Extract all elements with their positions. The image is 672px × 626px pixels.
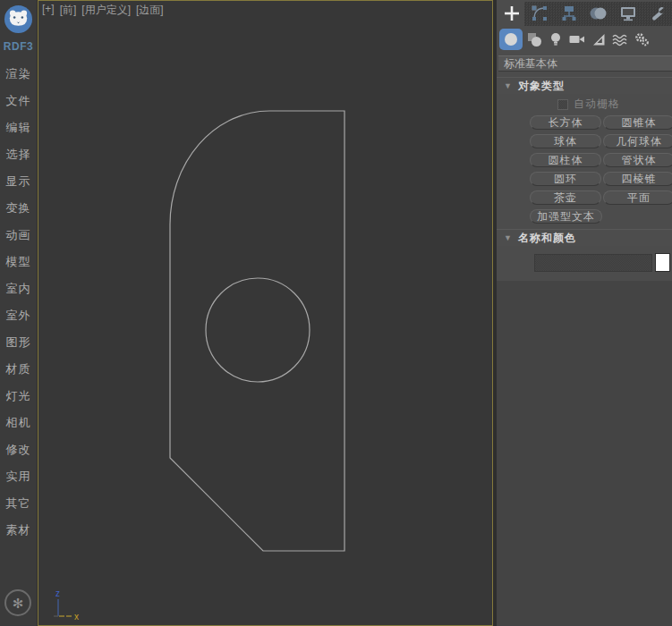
rollout-collapse-icon: ▼: [504, 233, 512, 242]
category-dropdown[interactable]: 标准基本体: [498, 55, 672, 72]
sidebar-item-camera[interactable]: 相机: [0, 410, 37, 436]
viewport-menu-button[interactable]: [+]: [42, 3, 55, 18]
brand-label: RDF3: [4, 40, 33, 53]
rollout-collapse-icon: ▼: [504, 81, 512, 90]
sidebar-item-light[interactable]: 灯光: [0, 383, 37, 410]
autogrid-row: 自动栅格: [557, 96, 672, 113]
sidebar-item-edit[interactable]: 编辑: [0, 114, 37, 141]
sidebar-item-transform[interactable]: 变换: [0, 195, 37, 222]
sidebar-menu: 渲染 文件 编辑 选择 显示 变换 动画 模型 室内 室外 图形 材质 灯光 相…: [0, 61, 37, 544]
motion-tab-icon[interactable]: [583, 2, 613, 26]
object-type-buttons: 长方体 圆锥体 球体 几何球体 圆柱体 管状体 圆环 四棱锥 茶壶 平面 加强型…: [497, 115, 672, 224]
object-name-input[interactable]: [534, 254, 652, 272]
hierarchy-tab-icon[interactable]: [554, 2, 583, 26]
viewport-canvas[interactable]: z x: [38, 1, 492, 625]
display-tab-icon[interactable]: [613, 2, 642, 26]
settings-gear-icon[interactable]: ✻: [4, 589, 31, 616]
box-button[interactable]: 长方体: [530, 115, 601, 130]
modify-tab-icon[interactable]: [524, 2, 554, 26]
sidebar-item-assets[interactable]: 素材: [0, 517, 37, 544]
lights-subtab-icon[interactable]: [545, 29, 566, 50]
textplus-button[interactable]: 加强型文本: [530, 209, 602, 224]
name-color-title: 名称和颜色: [518, 231, 576, 246]
sidebar-item-shapes[interactable]: 图形: [0, 329, 37, 356]
pyramid-button[interactable]: 四棱锥: [603, 172, 672, 186]
object-color-swatch[interactable]: [655, 253, 670, 272]
world-axis-tripod: z x: [54, 588, 79, 622]
sidebar-item-exterior[interactable]: 室外: [0, 302, 37, 329]
inactive-tabs-strip: [524, 2, 672, 26]
space-warps-subtab-icon[interactable]: [609, 29, 630, 50]
cylinder-button[interactable]: 圆柱体: [530, 153, 601, 167]
object-type-title: 对象类型: [518, 79, 565, 94]
sidebar-item-animation[interactable]: 动画: [0, 222, 37, 249]
viewport-shading-button[interactable]: [用户定义]: [81, 3, 131, 18]
sidebar-item-interior[interactable]: 室内: [0, 275, 37, 302]
sidebar-item-utility[interactable]: 实用: [0, 463, 37, 490]
object-type-rollout-header[interactable]: ▼ 对象类型: [497, 77, 672, 94]
create-subtabs: [497, 27, 672, 51]
name-color-rollout-header[interactable]: ▼ 名称和颜色: [497, 229, 672, 246]
viewport-view-button[interactable]: [前]: [60, 3, 77, 18]
sidebar-item-file[interactable]: 文件: [0, 88, 37, 114]
name-color-row: [534, 253, 672, 272]
tube-button[interactable]: 管状体: [603, 153, 672, 167]
sidebar-item-render[interactable]: 渲染: [0, 61, 37, 88]
cone-button[interactable]: 圆锥体: [603, 115, 672, 130]
helpers-subtab-icon[interactable]: [588, 29, 608, 50]
spline-shape[interactable]: [170, 111, 345, 551]
autogrid-checkbox[interactable]: [557, 99, 568, 110]
sidebar-item-other[interactable]: 其它: [0, 490, 37, 517]
systems-subtab-icon[interactable]: [631, 29, 651, 50]
utilities-tab-icon[interactable]: [642, 2, 672, 26]
viewport-label: [+] [前] [用户定义] [边面]: [42, 3, 164, 18]
command-panel: 标准基本体 ▼ 对象类型 自动栅格 长方体 圆锥体 球体 几何球体 圆柱体 管状…: [497, 0, 672, 626]
viewport-edged-button[interactable]: [边面]: [136, 3, 164, 18]
create-tab-plus-icon[interactable]: [499, 2, 524, 26]
axis-x-label: x: [74, 612, 79, 622]
viewport-front[interactable]: [+] [前] [用户定义] [边面] z x: [38, 0, 493, 626]
sidebar-item-select[interactable]: 选择: [0, 141, 37, 168]
geometry-subtab-icon[interactable]: [499, 29, 523, 50]
teapot-button[interactable]: 茶壶: [530, 190, 601, 205]
torus-button[interactable]: 圆环: [530, 172, 601, 186]
autogrid-label: 自动栅格: [574, 97, 620, 112]
cameras-subtab-icon[interactable]: [566, 29, 587, 50]
geosphere-button[interactable]: 几何球体: [603, 134, 672, 148]
sidebar-item-model[interactable]: 模型: [0, 249, 37, 275]
sidebar-item-display[interactable]: 显示: [0, 168, 37, 195]
panel-rollout-zone: 标准基本体 ▼ 对象类型 自动栅格 长方体 圆锥体 球体 几何球体 圆柱体 管状…: [497, 0, 672, 281]
command-panel-tabs: [497, 0, 672, 27]
sidebar-item-material[interactable]: 材质: [0, 356, 37, 383]
plane-button[interactable]: 平面: [603, 190, 672, 205]
shapes-subtab-icon[interactable]: [523, 29, 544, 50]
sidebar-item-modify[interactable]: 修改: [0, 436, 37, 463]
sphere-button[interactable]: 球体: [530, 134, 601, 148]
axis-z-label: z: [55, 588, 60, 598]
app-logo-bear-icon[interactable]: [4, 4, 33, 34]
left-sidebar: RDF3 渲染 文件 编辑 选择 显示 变换 动画 模型 室内 室外 图形 材质…: [0, 0, 37, 626]
